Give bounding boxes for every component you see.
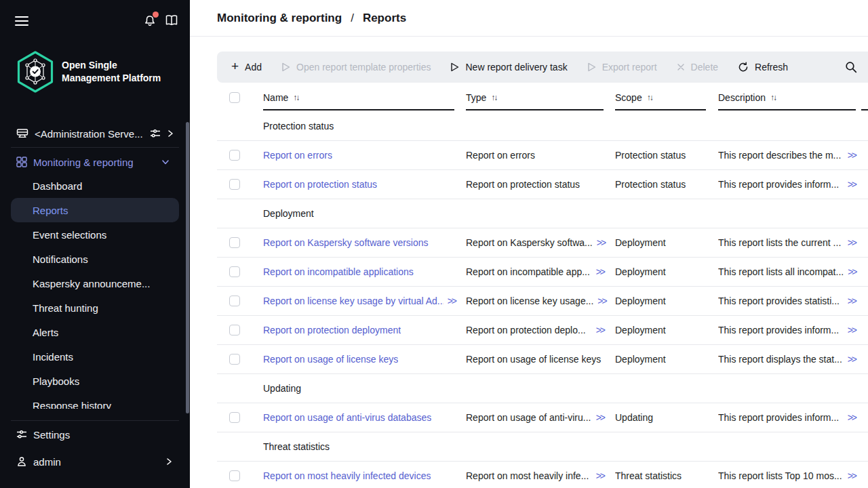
sidebar-item-response-history[interactable]: Response history: [11, 393, 179, 409]
app-title-line1: Open Single: [62, 59, 161, 72]
app-logo: Open Single Management Platform: [16, 50, 161, 94]
chevron-down-icon[interactable]: [161, 158, 170, 166]
sidebar-item-label: Response history: [33, 400, 111, 409]
row-checkbox[interactable]: [229, 150, 240, 161]
row-checkbox[interactable]: [229, 237, 240, 248]
description-expand-icon[interactable]: >>: [848, 179, 856, 190]
report-name-link[interactable]: Report on protection status: [263, 179, 377, 190]
report-type-text: Report on license key usage...: [466, 296, 593, 306]
column-header-name[interactable]: Name↑↓: [263, 85, 466, 110]
sidebar-item-reports[interactable]: Reports: [11, 198, 179, 222]
sidebar-item-label: Settings: [33, 429, 70, 441]
description-expand-icon[interactable]: >>: [848, 266, 856, 277]
sidebar-item-admin[interactable]: admin: [0, 452, 190, 471]
report-name-link[interactable]: Report on usage of anti-virus databases: [263, 412, 431, 423]
column-header-scope[interactable]: Scope↑↓: [615, 85, 718, 110]
chevron-right-icon[interactable]: [166, 458, 172, 466]
sidebar-item-label: admin: [33, 456, 61, 468]
sidebar-divider: [11, 147, 179, 148]
chevron-right-icon[interactable]: [167, 129, 174, 138]
new-report-delivery-task-button[interactable]: New report delivery task: [450, 62, 567, 73]
type-expand-icon[interactable]: >>: [597, 237, 605, 248]
report-scope-text: Deployment: [615, 237, 666, 248]
type-expand-icon[interactable]: >>: [596, 325, 604, 336]
column-header-description[interactable]: Description↑↓: [718, 85, 860, 110]
notifications-bell-icon[interactable]: [143, 14, 157, 28]
table-row: Report on usage of license keys Report o…: [217, 345, 868, 374]
type-expand-icon[interactable]: >>: [596, 412, 604, 423]
report-type-text: Report on incompatible app...: [466, 266, 590, 277]
report-name-link[interactable]: Report on incompatible applications: [263, 266, 414, 277]
name-expand-icon[interactable]: >>: [448, 296, 456, 306]
description-expand-icon[interactable]: >>: [848, 470, 856, 481]
row-checkbox[interactable]: [229, 296, 240, 306]
row-checkbox[interactable]: [229, 412, 240, 423]
report-description-text: This report lists Top 10 mos...: [718, 470, 842, 481]
table-row: Report on license key usage by virtual A…: [217, 287, 868, 316]
delete-button: Delete: [677, 62, 718, 73]
breadcrumb-separator: /: [351, 12, 354, 25]
row-checkbox[interactable]: [229, 179, 240, 190]
sidebar-item-alerts[interactable]: Alerts: [11, 320, 179, 344]
select-all-checkbox[interactable]: [229, 92, 240, 103]
report-description-text: This report displays the stat...: [718, 354, 842, 365]
sidebar-item-monitoring-reporting[interactable]: Monitoring & reporting: [0, 152, 190, 171]
description-expand-icon[interactable]: >>: [848, 412, 856, 423]
description-expand-icon[interactable]: >>: [848, 296, 856, 306]
column-header-type[interactable]: Type↑↓: [466, 85, 615, 110]
table-row: Report on protection deployment Report o…: [217, 316, 868, 345]
sidebar-menu: DashboardReportsEvent selectionsNotifica…: [0, 174, 190, 409]
sidebar-item-incidents[interactable]: Incidents: [11, 344, 179, 369]
report-description-text: This report provides inform...: [718, 412, 839, 423]
refresh-button[interactable]: Refresh: [738, 62, 788, 73]
report-name-link[interactable]: Report on usage of license keys: [263, 354, 398, 365]
sidebar-scrollbar[interactable]: [186, 122, 189, 413]
description-expand-icon[interactable]: >>: [848, 354, 856, 365]
report-scope-text: Deployment: [615, 354, 666, 365]
sliders-icon[interactable]: [150, 128, 161, 139]
sidebar-item-label: Alerts: [33, 327, 58, 338]
row-checkbox[interactable]: [229, 354, 240, 365]
sidebar-item-label: Dashboard: [33, 180, 82, 192]
sidebar-item-threat-hunting[interactable]: Threat hunting: [11, 296, 179, 320]
report-scope-text: Threat statistics: [615, 470, 682, 481]
sort-icon: ↑↓: [647, 93, 652, 102]
description-expand-icon[interactable]: >>: [848, 237, 856, 248]
sidebar-item-settings[interactable]: Settings: [0, 425, 190, 444]
report-name-link[interactable]: Report on protection deployment: [263, 325, 401, 336]
plus-icon: +: [231, 62, 239, 71]
select-all-cell: [217, 85, 263, 110]
sort-icon: ↑↓: [770, 93, 776, 102]
sidebar-item-event-selections[interactable]: Event selections: [11, 222, 179, 247]
brand-hexagon-icon: [16, 50, 54, 94]
report-name-link[interactable]: Report on most heavily infected devices: [263, 470, 431, 481]
sort-icon: ↑↓: [491, 93, 496, 102]
type-expand-icon[interactable]: >>: [597, 296, 606, 306]
group-row: Protection status: [217, 112, 868, 141]
sidebar-item-administration-server[interactable]: <Administration Serve...: [0, 125, 190, 142]
group-row: Threat statistics: [217, 432, 868, 462]
table-body: Protection status Report on errors Repor…: [217, 112, 868, 488]
row-checkbox[interactable]: [229, 266, 240, 277]
row-checkbox[interactable]: [229, 325, 240, 336]
sidebar-item-kaspersky-announceme[interactable]: Kaspersky announceme...: [11, 271, 179, 296]
report-description-text: This report lists the current ...: [718, 237, 841, 248]
row-checkbox[interactable]: [229, 470, 240, 481]
play-icon: [587, 62, 596, 72]
report-name-link[interactable]: Report on errors: [263, 150, 332, 161]
breadcrumb-parent[interactable]: Monitoring & reporting: [217, 12, 342, 25]
report-name-link[interactable]: Report on license key usage by virtual A…: [263, 296, 443, 306]
documentation-book-icon[interactable]: [165, 14, 178, 26]
description-expand-icon[interactable]: >>: [848, 325, 856, 336]
description-expand-icon[interactable]: >>: [848, 150, 856, 161]
hamburger-menu-icon[interactable]: [15, 16, 28, 26]
sidebar-item-dashboard[interactable]: Dashboard: [11, 174, 179, 198]
search-icon[interactable]: [845, 61, 857, 73]
add-button[interactable]: + Add: [231, 62, 262, 73]
sidebar-item-playbooks[interactable]: Playbooks: [11, 369, 179, 393]
sidebar-item-notifications[interactable]: Notifications: [11, 247, 179, 271]
type-expand-icon[interactable]: >>: [596, 470, 604, 481]
report-name-link[interactable]: Report on Kaspersky software versions: [263, 237, 429, 248]
report-type-text: Report on protection deplo...: [466, 325, 586, 336]
type-expand-icon[interactable]: >>: [596, 266, 604, 277]
